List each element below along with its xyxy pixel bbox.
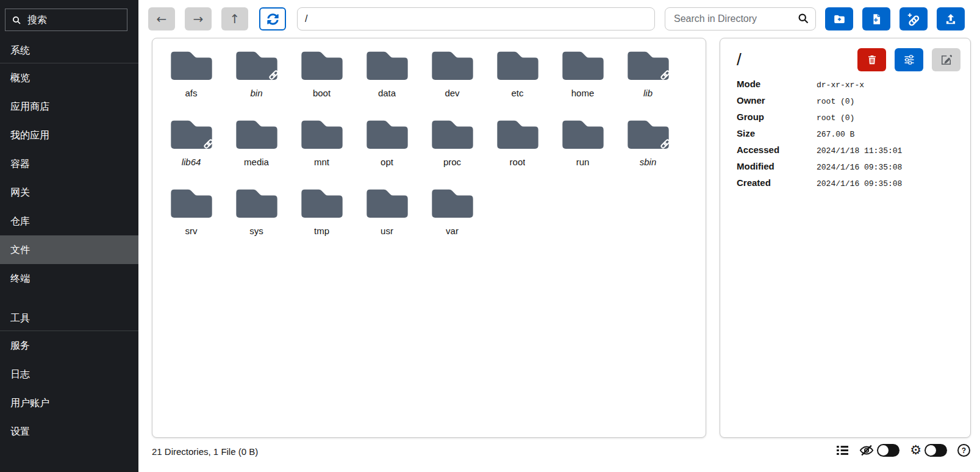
property-label: Created (737, 177, 817, 188)
back-arrow-icon: ← (157, 13, 167, 25)
folder-icon (363, 48, 411, 82)
refresh-icon (267, 13, 279, 25)
new-file-button[interactable] (862, 7, 890, 30)
up-button[interactable]: ↑ (221, 7, 248, 30)
property-label: Modified (737, 161, 817, 171)
symlink-badge-icon (660, 70, 671, 80)
symlink-badge-icon (203, 138, 214, 149)
file-item[interactable]: etc (485, 47, 550, 116)
settings-gear-icon: ⚙ (910, 444, 921, 457)
file-item[interactable]: boot (289, 47, 354, 116)
file-name: var (446, 226, 459, 236)
list-view-button[interactable] (836, 445, 849, 456)
back-button[interactable]: ← (148, 7, 175, 30)
directory-search-input[interactable] (665, 7, 816, 30)
property-row: Ownerroot (0) (737, 95, 960, 106)
properties-button[interactable] (895, 48, 923, 71)
help-button[interactable]: ? (957, 444, 970, 457)
property-value: root (0) (817, 97, 854, 106)
file-item[interactable]: lib64 (159, 116, 224, 185)
file-item[interactable]: sbin (615, 116, 681, 185)
toggle-knob (926, 445, 936, 456)
sliders-icon (903, 54, 915, 66)
sidebar-item-services[interactable]: 服务 (0, 331, 138, 360)
property-value: 267.00 B (817, 130, 854, 139)
sidebar-item-gateway[interactable]: 网关 (0, 178, 138, 207)
help-icon: ? (957, 444, 970, 457)
file-item[interactable]: srv (159, 185, 224, 254)
file-item[interactable]: sys (224, 185, 289, 254)
file-item[interactable]: proc (420, 116, 485, 185)
folder-icon (233, 186, 281, 220)
settings-toggle[interactable] (925, 444, 947, 457)
sidebar-item-appstore[interactable]: 应用商店 (0, 92, 138, 121)
directory-search (665, 7, 816, 30)
file-item[interactable]: bin (224, 47, 289, 116)
sidebar-item-accounts[interactable]: 用户账户 (0, 388, 138, 417)
file-name: srv (185, 226, 198, 236)
toolbar: ← → ↑ (148, 7, 965, 31)
folder-icon (559, 117, 607, 151)
file-name: sbin (640, 157, 657, 167)
sidebar-search-input[interactable] (26, 14, 114, 26)
property-row: Modedr-xr-xr-x (737, 79, 960, 90)
hidden-files-toggle[interactable] (877, 444, 900, 457)
file-item[interactable]: var (420, 185, 485, 254)
symlink-badge-icon (660, 138, 671, 149)
upload-button[interactable] (937, 7, 965, 30)
file-name: sys (249, 226, 263, 236)
folder-icon (494, 48, 542, 82)
file-item[interactable]: opt (354, 116, 420, 185)
property-value: root (0) (817, 113, 854, 123)
sidebar-item-repository[interactable]: 仓库 (0, 207, 138, 235)
file-item[interactable]: tmp (289, 185, 354, 254)
path-input[interactable] (297, 7, 655, 30)
hidden-files-icon-wrap (859, 444, 874, 457)
file-item[interactable]: run (550, 116, 615, 185)
refresh-button[interactable] (259, 7, 286, 30)
sidebar-item-containers[interactable]: 容器 (0, 149, 138, 178)
file-name: proc (443, 157, 461, 167)
file-item[interactable]: usr (354, 185, 420, 254)
folder-icon (624, 117, 672, 151)
new-link-button[interactable] (900, 7, 928, 30)
folder-icon (298, 117, 346, 151)
property-row: Grouproot (0) (737, 112, 960, 123)
folder-icon (494, 117, 542, 151)
file-item[interactable]: root (485, 116, 550, 185)
trash-icon (867, 54, 878, 65)
folder-icon (363, 117, 411, 151)
property-row: Size267.00 B (737, 128, 960, 139)
file-name: afs (185, 88, 197, 98)
property-label: Group (737, 112, 817, 122)
properties-table: Modedr-xr-xr-xOwnerroot (0)Grouproot (0)… (737, 79, 960, 188)
file-item[interactable]: data (354, 47, 420, 116)
property-label: Owner (737, 95, 817, 105)
sidebar-item-files[interactable]: 文件 (0, 235, 138, 264)
sidebar-item-myapps[interactable]: 我的应用 (0, 121, 138, 149)
forward-button[interactable]: → (185, 7, 212, 30)
sidebar-item-terminal[interactable]: 终端 (0, 264, 138, 293)
delete-button[interactable] (857, 48, 886, 71)
file-item[interactable]: dev (420, 47, 485, 116)
file-item[interactable]: mnt (289, 116, 354, 185)
search-icon (797, 12, 809, 24)
file-item[interactable]: home (550, 47, 615, 116)
property-label: Mode (737, 79, 817, 89)
folder-icon (233, 117, 281, 151)
file-name: dev (445, 88, 459, 98)
property-value: dr-xr-xr-x (817, 80, 864, 90)
sidebar-item-settings[interactable]: 设置 (0, 417, 138, 446)
sidebar-nav: 系统概览应用商店我的应用容器网关仓库文件终端工具服务日志用户账户设置 (0, 38, 138, 446)
file-browser-panel: afsbinbootdatadevetchomeliblib64mediamnt… (152, 38, 706, 438)
file-item[interactable]: afs (159, 47, 224, 116)
file-item[interactable]: media (224, 116, 289, 185)
new-folder-button[interactable] (825, 7, 853, 30)
sidebar-item-overview[interactable]: 概览 (0, 63, 138, 92)
sidebar-item-logs[interactable]: 日志 (0, 360, 138, 388)
edit-button[interactable] (932, 48, 960, 71)
folder-icon (429, 48, 476, 82)
sidebar-section-header: 系统 (0, 38, 138, 63)
file-item[interactable]: lib (615, 47, 681, 116)
eye-slash-icon (859, 444, 874, 457)
